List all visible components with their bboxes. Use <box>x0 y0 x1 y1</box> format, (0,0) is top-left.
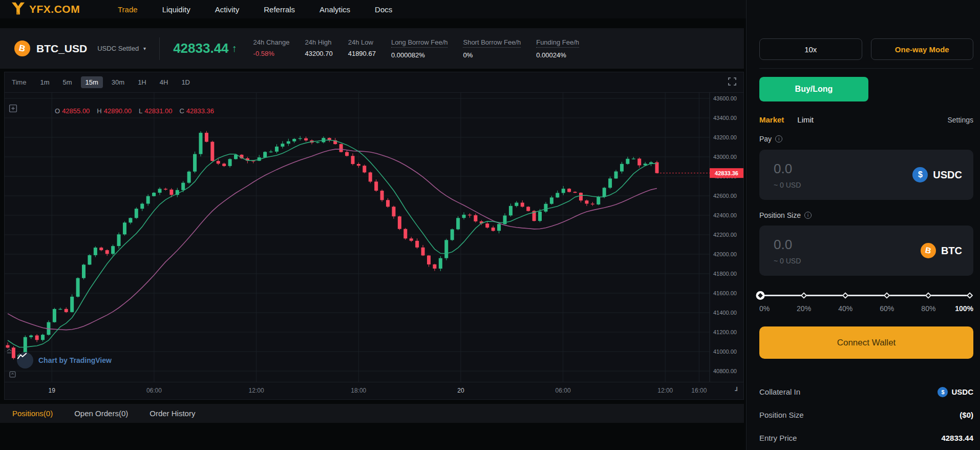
legend-c: C42833.36 <box>179 107 214 115</box>
market-header: B BTC_USD USDC Settled ▾ 42833.44 ↑ 24h … <box>0 28 744 69</box>
info-value: 42833.44 <box>941 434 973 442</box>
stat-24h-change: 24h Change-0.58% <box>253 38 290 59</box>
interval-1h[interactable]: 1H <box>133 76 151 88</box>
chart-canvas[interactable]: O42855.00H42890.00L42831.00C42833.36 Cha… <box>5 93 743 382</box>
usdc-icon: $ <box>938 387 948 397</box>
chart-toolbar: Time1m5m15m30m1H4H1D <box>5 72 743 93</box>
nav-item-analytics[interactable]: Analytics <box>319 5 350 14</box>
axis-settings-icon[interactable]: ┛ <box>735 387 738 394</box>
svg-text:42833.36: 42833.36 <box>715 170 738 176</box>
position-size-label: Position Size i <box>759 211 812 219</box>
order-type-limit[interactable]: Limit <box>797 115 814 124</box>
slider-label-60%: 60% <box>880 304 894 313</box>
order-type-market[interactable]: Market <box>759 115 784 124</box>
svg-text:40800.00: 40800.00 <box>713 368 737 374</box>
slider-stop-100%[interactable] <box>967 292 973 299</box>
market-stats: 24h Change-0.58%24h High43200.7024h Low4… <box>253 38 579 59</box>
tradingview-logo-icon <box>17 352 33 369</box>
svg-text:42200.00: 42200.00 <box>713 232 737 238</box>
yfx-logo-icon <box>11 2 25 17</box>
nav-item-liquidity[interactable]: Liquidity <box>162 5 190 14</box>
time-axis[interactable]: ┛ 1906:0012:0018:002006:0012:0016:00 <box>5 382 743 399</box>
position-asset-name: BTC <box>941 245 962 257</box>
brand-logo[interactable]: YFX.COM <box>0 2 118 17</box>
fullscreen-icon[interactable] <box>728 77 736 88</box>
interval-time: Time <box>12 78 26 86</box>
interval-1d[interactable]: 1D <box>177 76 195 88</box>
bottom-tabs-bar: Positions(0)Open Orders(0)Order History <box>0 404 744 423</box>
connect-wallet-main-button[interactable]: Connect Wallet <box>759 326 973 359</box>
slider-stop-40%[interactable] <box>842 292 849 299</box>
position-asset-chip: B BTC <box>921 243 962 258</box>
info-icon[interactable]: i <box>804 212 812 219</box>
order-settings[interactable]: Settings <box>947 116 973 124</box>
watermark-text: Chart by TradingView <box>38 356 112 364</box>
slider-stop-20%[interactable] <box>801 292 807 299</box>
info-label: Collateral In <box>759 387 800 396</box>
stat-label: 24h Low <box>348 38 376 46</box>
slider-stop-80%[interactable] <box>925 292 932 299</box>
stat-value: 41890.67 <box>348 50 376 57</box>
settle-mode[interactable]: USDC Settled ▾ <box>97 45 146 52</box>
info-icon[interactable]: i <box>775 135 782 142</box>
usdc-icon: $ <box>912 167 928 182</box>
interval-4h[interactable]: 4H <box>155 76 173 88</box>
slider-track[interactable] <box>762 295 970 296</box>
nav-item-activity[interactable]: Activity <box>215 5 240 14</box>
svg-text:41200.00: 41200.00 <box>713 329 737 335</box>
btc-icon: B <box>14 40 30 56</box>
tab-positions-0-[interactable]: Positions(0) <box>12 409 53 418</box>
pay-asset-name: USDC <box>933 169 962 181</box>
pay-input-card[interactable]: ~ 0 USD $ USDC <box>759 150 973 200</box>
slider-handle[interactable] <box>756 291 765 300</box>
side-segment: Sell/Short Buy/Long <box>759 77 973 101</box>
sell-short-tab[interactable]: Sell/Short <box>864 77 973 101</box>
position-size-input-card[interactable]: ~ 0 USD B BTC <box>759 226 973 276</box>
legend-key: O <box>55 107 60 115</box>
pay-asset-chip: $ USDC <box>912 167 962 182</box>
stat-label: Short Borrow Fee/h <box>463 38 521 48</box>
interval-15m[interactable]: 15m <box>81 76 103 88</box>
interval-5m[interactable]: 5m <box>58 76 76 88</box>
slider-stop-60%[interactable] <box>884 292 890 299</box>
stat-value: 43200.70 <box>305 50 332 57</box>
chevron-down-icon: ▾ <box>143 46 146 51</box>
interval-30m[interactable]: 30m <box>107 76 129 88</box>
info-label: Entry Price <box>759 434 797 442</box>
candlestick-chart[interactable]: 43600.0043400.0043200.0043000.0042800.00… <box>5 93 743 382</box>
tab-order-history[interactable]: Order History <box>150 409 195 418</box>
legend-l: L42831.00 <box>139 107 172 115</box>
pair-selector[interactable]: B BTC_USD USDC Settled ▾ <box>0 40 146 56</box>
legend-o: O42855.00 <box>55 107 90 115</box>
pay-label: Pay i <box>759 135 782 143</box>
stat-label: Long Borrow Fee/h <box>391 38 448 48</box>
divider <box>159 37 160 60</box>
nav-item-docs[interactable]: Docs <box>375 5 392 14</box>
svg-text:41600.00: 41600.00 <box>713 290 737 296</box>
svg-text:43200.00: 43200.00 <box>713 134 737 140</box>
buy-long-tab[interactable]: Buy/Long <box>759 77 868 101</box>
time-label-1600: 16:00 <box>691 387 707 394</box>
info-value-text: ($0) <box>960 411 973 419</box>
legend-value: 42855.00 <box>62 107 90 115</box>
size-slider[interactable]: 0%20%40%60%80%100% <box>759 287 973 315</box>
pay-amount-input[interactable] <box>774 161 866 177</box>
legend-value: 42890.00 <box>104 107 132 115</box>
nav-item-referrals[interactable]: Referrals <box>264 5 295 14</box>
info-row-entry-price: Entry Price42833.44 <box>759 426 973 449</box>
position-size-input[interactable] <box>774 237 866 253</box>
svg-text:42400.00: 42400.00 <box>713 212 737 218</box>
nav-item-trade[interactable]: Trade <box>118 5 138 14</box>
tab-open-orders-0-[interactable]: Open Orders(0) <box>74 409 128 418</box>
position-mode-button[interactable]: One-way Mode <box>871 38 974 60</box>
slider-label-40%: 40% <box>838 304 853 313</box>
leverage-button[interactable]: 10x <box>759 38 862 60</box>
info-value-text: 42833.44 <box>941 434 973 442</box>
tradingview-watermark[interactable]: Chart by TradingView <box>17 352 112 369</box>
info-label: Position Size <box>759 411 804 419</box>
info-value-text: USDC <box>951 387 973 396</box>
info-row-position-size: Position Size($0) <box>759 403 973 426</box>
info-value: $USDC <box>938 387 973 397</box>
slider-label-80%: 80% <box>921 304 935 313</box>
interval-1m[interactable]: 1m <box>35 76 54 88</box>
